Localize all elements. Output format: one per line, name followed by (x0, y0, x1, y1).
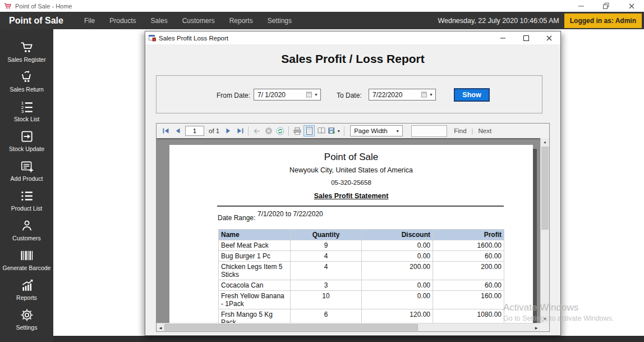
cell-discount: 0.00 (362, 240, 433, 251)
gear-icon (20, 307, 34, 323)
from-date-picker[interactable]: 7/ 1/2020 ▼ (254, 89, 321, 101)
cell-profit: 200.00 (433, 262, 504, 280)
menu-customers[interactable]: Customers (175, 17, 222, 25)
zoom-mode-combobox[interactable]: Page Width ▼ (350, 125, 403, 136)
page-setup-button[interactable] (316, 126, 326, 136)
export-caret-icon[interactable]: ▼ (337, 129, 341, 133)
brand-title: Point of Sale (9, 16, 63, 26)
sidebar-item-label: Add Product (11, 175, 43, 182)
sidebar-item-label: Stock List (14, 116, 40, 122)
sidebar-item-label: Settings (16, 324, 38, 331)
cell-quantity: 4 (291, 251, 362, 262)
report-viewer: of 1 (156, 123, 550, 332)
table-row: Cocacola Can 3 0.00 60.00 (219, 280, 504, 291)
bulleted-list-icon (20, 188, 34, 204)
scroll-up-icon[interactable]: ▲ (541, 138, 549, 146)
sidebar-item-settings[interactable]: Settings (0, 304, 53, 334)
dropdown-caret-icon[interactable]: ▼ (429, 93, 433, 97)
report-page: Point of Sale Newyouk City, United State… (169, 145, 533, 323)
last-page-button[interactable] (235, 126, 245, 136)
cell-discount: 0.00 (362, 291, 433, 309)
report-minimize-button[interactable] (491, 31, 514, 44)
cell-profit: 1080.00 (433, 309, 504, 323)
svg-text:3: 3 (21, 109, 24, 114)
cell-profit: 160.00 (433, 291, 504, 309)
column-header: Profit (433, 230, 504, 240)
cell-profit: 1600.00 (433, 240, 504, 251)
vertical-scroll-thumb[interactable] (541, 147, 549, 230)
cell-quantity: 9 (291, 240, 362, 251)
sidebar-item-reports[interactable]: Reports (0, 274, 53, 304)
previous-page-button[interactable] (173, 126, 182, 136)
menu-reports[interactable]: Reports (222, 17, 260, 25)
sidebar: Sales Register Sales Return 123 Stock Li… (0, 29, 53, 342)
sidebar-item-label: Generate Barcode (3, 265, 51, 271)
winform-icon (149, 34, 156, 42)
scroll-left-icon[interactable]: ◀ (157, 323, 164, 331)
restore-button[interactable] (594, 0, 619, 12)
print-layout-button[interactable] (303, 125, 315, 136)
sidebar-item-generate-barcode[interactable]: Generate Barcode (0, 244, 53, 274)
sidebar-item-customers[interactable]: Customers (0, 215, 53, 244)
calendar-icon (306, 92, 312, 98)
cell-name: Cocacola Can (219, 280, 291, 291)
first-page-button[interactable] (161, 126, 171, 136)
refresh-button[interactable] (275, 126, 285, 136)
main-titlebar: Point of Sale - Home (0, 0, 644, 12)
menu-products[interactable]: Products (102, 17, 143, 25)
table-header-row: Name Quantity Discount Profit (219, 230, 504, 240)
person-icon (20, 218, 34, 234)
find-link[interactable]: Find (454, 127, 466, 134)
menu-file[interactable]: File (77, 17, 102, 25)
vertical-scrollbar[interactable]: ▲ ▼ (540, 138, 549, 323)
cell-quantity: 4 (291, 262, 362, 280)
close-button[interactable] (619, 0, 644, 12)
report-window-title: Sales Profit Loss Report (159, 35, 228, 42)
menu-sales[interactable]: Sales (144, 17, 175, 25)
menu-items: File Products Sales Customers Reports Se… (77, 17, 299, 25)
next-link[interactable]: Next (479, 127, 492, 134)
menu-settings[interactable]: Settings (260, 17, 299, 25)
horizontal-scrollbar[interactable]: ◀ ▶ (157, 323, 540, 331)
show-button[interactable]: Show (454, 88, 490, 102)
column-header: Discount (362, 230, 433, 240)
sidebar-item-product-list[interactable]: Product List (0, 185, 53, 215)
dropdown-caret-icon[interactable]: ▼ (314, 93, 318, 97)
cell-discount: 0.00 (362, 251, 433, 262)
scroll-down-icon[interactable]: ▼ (541, 315, 549, 323)
shopping-cart-icon (20, 39, 34, 55)
cell-quantity: 3 (291, 280, 362, 291)
sidebar-item-stock-update[interactable]: Stock Update (0, 125, 53, 155)
to-date-picker[interactable]: 7/22/2020 ▼ (369, 89, 436, 101)
main-window-title: Point of Sale - Home (15, 3, 72, 10)
barcode-icon (19, 248, 35, 263)
report-company-address: Newyouk City, United States of America (169, 166, 533, 174)
report-statement-title: Sales Profit Statement (169, 192, 533, 200)
scroll-right-icon[interactable]: ▶ (532, 323, 540, 331)
sidebar-item-label: Sales Return (10, 86, 44, 93)
sidebar-item-label: Stock Update (9, 145, 44, 152)
from-date-label: From Date: (217, 92, 250, 99)
table-row: Fresh Yellow Banana - 1Pack 10 0.00 160.… (219, 291, 504, 309)
report-close-button[interactable] (537, 31, 560, 44)
minimize-button[interactable] (568, 0, 594, 12)
sidebar-item-stock-list[interactable]: 123 Stock List (0, 95, 53, 125)
print-button[interactable] (292, 126, 302, 136)
back-button[interactable] (252, 126, 261, 136)
zoom-mode-value: Page Width (354, 127, 395, 134)
stop-button[interactable] (264, 126, 273, 136)
report-canvas: Point of Sale Newyouk City, United State… (157, 138, 540, 323)
report-maximize-button[interactable] (514, 31, 537, 44)
sidebar-item-sales-register[interactable]: Sales Register (0, 36, 53, 66)
sidebar-item-sales-return[interactable]: Sales Return (0, 66, 53, 95)
cart-return-icon (20, 69, 34, 85)
scrollbar-corner (540, 323, 549, 331)
sidebar-item-add-product[interactable]: Add Product (0, 155, 53, 185)
page-number-input[interactable] (185, 126, 204, 136)
export-button[interactable]: ▼ (328, 126, 341, 136)
find-next-separator: | (472, 127, 473, 134)
horizontal-scroll-thumb[interactable] (164, 324, 418, 331)
find-text-input[interactable] (411, 125, 447, 137)
cell-name: Chicken Legs Item 5 Sticks (219, 262, 291, 280)
next-page-button[interactable] (223, 126, 233, 136)
